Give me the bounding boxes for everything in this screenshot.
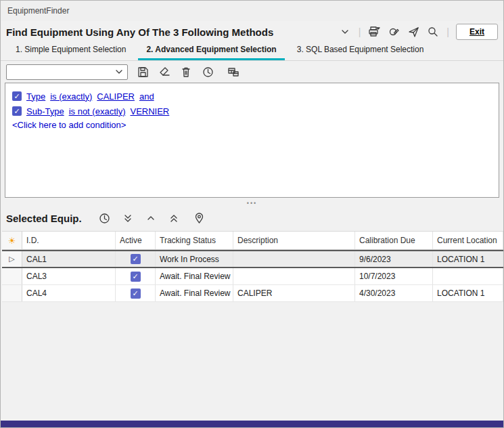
cell-calibration-due[interactable]: 4/30/2023 <box>355 285 433 301</box>
column-header-description[interactable]: Description <box>233 232 355 249</box>
column-header-current-location[interactable]: Current Location <box>433 232 503 249</box>
grid-settings-icon[interactable] <box>227 65 240 79</box>
condition-toolbar <box>1 61 503 83</box>
delete-icon[interactable] <box>179 65 193 79</box>
chevron-up-icon[interactable] <box>144 211 158 225</box>
page-title: Find Equipment Using Any Of The 3 Follow… <box>6 26 273 38</box>
condition-field-link[interactable]: Type <box>26 91 45 102</box>
column-header-active[interactable]: Active <box>116 232 156 249</box>
double-chevron-down-icon[interactable] <box>121 211 135 225</box>
send-icon[interactable] <box>407 25 420 39</box>
tab-strip: 1. Simple Equipment Selection 2. Advance… <box>1 43 503 61</box>
cell-id[interactable]: CAL3 <box>22 268 116 284</box>
cell-id[interactable]: CAL1 <box>22 251 116 267</box>
splitter-handle[interactable]: ••• <box>1 198 503 208</box>
condition-builder-panel: ✓ Type is (exactly) CALIPER and ✓ Sub-Ty… <box>5 83 499 198</box>
table-row[interactable]: CAL3 ✓ Await. Final Review 10/7/2023 <box>2 268 503 285</box>
window-title: EquipmentFinder <box>1 1 503 21</box>
table-row[interactable]: CAL4 ✓ Await. Final Review CALIPER 4/30/… <box>2 285 503 302</box>
equipment-finder-window: EquipmentFinder Find Equipment Using Any… <box>0 0 504 428</box>
save-icon[interactable] <box>136 65 150 79</box>
condition-checkbox[interactable]: ✓ <box>12 106 22 116</box>
cell-tracking-status[interactable]: Await. Final Review <box>156 285 233 301</box>
clock-icon[interactable] <box>201 65 214 79</box>
column-header-id[interactable]: I.D. <box>22 232 116 249</box>
condition-operator-link[interactable]: is (exactly) <box>50 91 92 102</box>
history-clock-icon[interactable] <box>98 211 112 225</box>
column-header-tracking-status[interactable]: Tracking Status <box>156 232 233 249</box>
table-row[interactable]: ▷ CAL1 ✓ Work In Process 9/6/2023 LOCATI… <box>2 250 503 268</box>
search-icon[interactable] <box>426 25 440 39</box>
location-pin-icon[interactable] <box>193 211 206 225</box>
tab-sql-selection[interactable]: 3. SQL Based Equipment Selection <box>289 41 432 60</box>
tab-advanced-selection[interactable]: 2. Advanced Equipment Selection <box>138 41 284 60</box>
active-checkbox[interactable]: ✓ <box>131 288 141 299</box>
condition-value-link[interactable]: VERNIER <box>130 106 169 116</box>
condition-operator-link[interactable]: is not (exactly) <box>69 106 126 116</box>
condition-checkbox[interactable]: ✓ <box>12 91 22 101</box>
active-checkbox[interactable]: ✓ <box>131 272 141 282</box>
cell-active[interactable]: ✓ <box>116 268 156 284</box>
cell-id[interactable]: CAL4 <box>22 285 116 301</box>
condition-row: ✓ Sub-Type is not (exactly) VERNIER <box>12 104 492 119</box>
condition-value-link[interactable]: CALIPER <box>97 91 135 102</box>
chevron-down-icon[interactable] <box>338 25 352 39</box>
cell-current-location[interactable]: LOCATION 1 <box>433 251 503 267</box>
header: Find Equipment Using Any Of The 3 Follow… <box>1 21 503 43</box>
header-actions: | | Exit <box>338 24 498 40</box>
saved-filter-combobox[interactable] <box>6 64 128 80</box>
selected-equipment-grid: ☀ I.D. Active Tracking Status Descriptio… <box>2 231 503 302</box>
current-row-arrow-icon: ▷ <box>9 255 14 263</box>
condition-row: ✓ Type is (exactly) CALIPER and <box>12 89 492 104</box>
cell-current-location[interactable]: LOCATION 1 <box>433 285 503 301</box>
column-header-calibration-due[interactable]: Calibration Due <box>355 232 433 249</box>
active-checkbox[interactable]: ✓ <box>131 254 141 264</box>
selected-equipment-title: Selected Equip. <box>6 213 82 224</box>
cell-calibration-due[interactable]: 10/7/2023 <box>355 268 433 284</box>
edit-settings-icon[interactable] <box>387 25 400 39</box>
condition-field-link[interactable]: Sub-Type <box>26 106 64 116</box>
sun-icon: ☀ <box>8 236 16 246</box>
grid-header-row: ☀ I.D. Active Tracking Status Descriptio… <box>2 232 503 250</box>
cell-description[interactable] <box>233 251 355 267</box>
condition-conjunction-link[interactable]: and <box>139 91 154 102</box>
double-chevron-up-icon[interactable] <box>167 211 181 225</box>
grid-options-button[interactable]: ☀ <box>2 232 22 249</box>
status-bar <box>1 421 503 427</box>
cell-calibration-due[interactable]: 9/6/2023 <box>355 251 433 267</box>
cell-description[interactable]: CALIPER <box>233 285 355 301</box>
cell-current-location[interactable] <box>433 268 503 284</box>
cell-active[interactable]: ✓ <box>116 251 156 267</box>
divider: | <box>446 26 450 37</box>
print-icon[interactable] <box>367 25 381 39</box>
divider: | <box>358 26 362 37</box>
cell-tracking-status[interactable]: Work In Process <box>156 251 233 267</box>
cell-active[interactable]: ✓ <box>116 285 156 301</box>
row-selector[interactable] <box>2 285 22 301</box>
tab-simple-selection[interactable]: 1. Simple Equipment Selection <box>7 41 134 60</box>
selected-equipment-header: Selected Equip. <box>1 208 503 228</box>
cell-description[interactable] <box>233 268 355 284</box>
exit-button[interactable]: Exit <box>456 24 498 40</box>
row-selector[interactable] <box>2 268 22 284</box>
row-selector[interactable]: ▷ <box>2 251 22 267</box>
grip-icon: ••• <box>247 201 257 205</box>
eraser-icon[interactable] <box>158 65 171 79</box>
cell-tracking-status[interactable]: Await. Final Review <box>156 268 233 284</box>
add-condition-link[interactable]: <Click here to add condition> <box>12 120 126 130</box>
